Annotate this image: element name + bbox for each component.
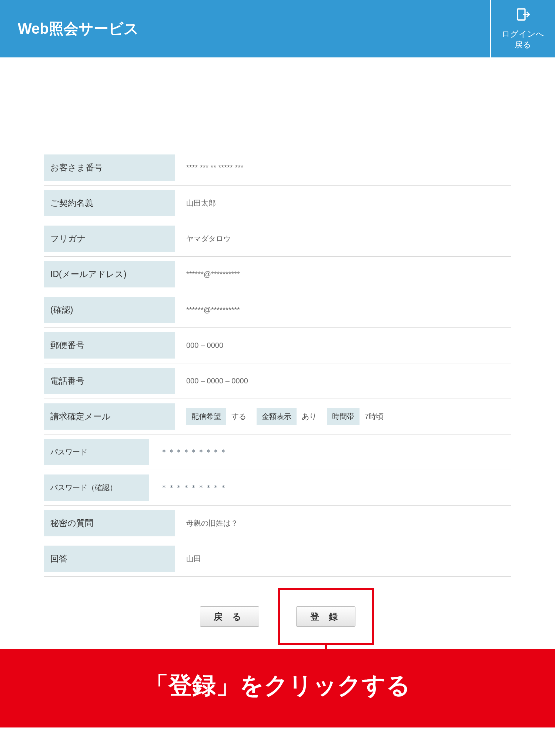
label-furigana: フリガナ bbox=[44, 226, 175, 252]
step-3-title: STEP3 bbox=[231, 96, 326, 107]
label-tel: 電話番号 bbox=[44, 368, 175, 394]
label-zip: 郵便番号 bbox=[44, 332, 175, 359]
value-email: ******@********** bbox=[186, 261, 511, 287]
label-password: パスワード bbox=[44, 439, 149, 465]
app-header: Web照会サービス ログインへ 戻る bbox=[0, 0, 555, 57]
billing-opt1-label: 配信希望 bbox=[186, 408, 226, 425]
row-furigana: フリガナ ヤマダタロウ bbox=[44, 221, 511, 257]
billing-opt3-label: 時間帯 bbox=[327, 408, 360, 425]
value-email-confirm: ******@********** bbox=[186, 297, 511, 323]
value-zip: 000 – 0000 bbox=[186, 332, 511, 359]
step-3: STEP3 完了 bbox=[224, 83, 326, 131]
logout-icon bbox=[516, 7, 531, 29]
instruction-banner: 「登録」をクリックする bbox=[0, 649, 555, 727]
billing-opt2-label: 金額表示 bbox=[257, 408, 297, 425]
label-contract-name: ご契約名義 bbox=[44, 190, 175, 216]
row-password-confirm: パスワード（確認） ＊＊＊＊＊＊＊＊＊ bbox=[44, 470, 511, 506]
step-2: STEP2 本登録 bbox=[121, 83, 223, 131]
step-1-title: STEP1 bbox=[24, 96, 120, 107]
row-tel: 電話番号 000 – 0000 – 0000 bbox=[44, 363, 511, 399]
value-billing: 配信希望 する 金額表示 あり 時間帯 7時頃 bbox=[186, 403, 511, 430]
billing-opt1-value: する bbox=[231, 412, 246, 422]
row-zip: 郵便番号 000 – 0000 bbox=[44, 328, 511, 363]
back-button[interactable]: 戻 る bbox=[200, 606, 259, 627]
row-billing: 請求確定メール 配信希望 する 金額表示 あり 時間帯 7時頃 bbox=[44, 399, 511, 434]
row-customer-no: お客さま番号 **** *** ** ***** *** bbox=[44, 150, 511, 186]
billing-opt3-value: 7時頃 bbox=[365, 412, 384, 422]
label-customer-no: お客さま番号 bbox=[44, 154, 175, 181]
label-secret-question: 秘密の質問 bbox=[44, 510, 175, 536]
label-email-confirm: (確認) bbox=[44, 297, 175, 323]
login-back-label-2: 戻る bbox=[515, 39, 531, 50]
row-email: ID(メールアドレス) ******@********** bbox=[44, 257, 511, 292]
step-progress: STEP1 お客様情報の入力 STEP2 本登録 STEP3 完了 bbox=[18, 83, 537, 131]
login-back-label-1: ログインへ bbox=[502, 29, 544, 40]
value-password: ＊＊＊＊＊＊＊＊＊ bbox=[160, 439, 511, 465]
button-row: 戻 る 登 録 bbox=[18, 606, 537, 627]
step-3-sub: 完了 bbox=[231, 107, 326, 119]
submit-button[interactable]: 登 録 bbox=[296, 606, 355, 627]
instruction-connector-line bbox=[325, 645, 327, 649]
step-1-sub: お客様情報の入力 bbox=[24, 107, 120, 119]
row-contract-name: ご契約名義 山田太郎 bbox=[44, 186, 511, 221]
billing-opt2-value: あり bbox=[302, 412, 317, 422]
value-contract-name: 山田太郎 bbox=[186, 190, 511, 216]
label-answer: 回答 bbox=[44, 546, 175, 572]
label-email: ID(メールアドレス) bbox=[44, 261, 175, 287]
label-billing: 請求確定メール bbox=[44, 403, 175, 430]
value-secret-question: 母親の旧姓は？ bbox=[186, 510, 511, 536]
value-furigana: ヤマダタロウ bbox=[186, 226, 511, 252]
row-secret-question: 秘密の質問 母親の旧姓は？ bbox=[44, 506, 511, 541]
confirmation-form: お客さま番号 **** *** ** ***** *** ご契約名義 山田太郎 … bbox=[18, 150, 537, 577]
label-password-confirm: パスワード（確認） bbox=[44, 474, 149, 501]
step-1: STEP1 お客様情報の入力 bbox=[18, 83, 120, 131]
row-email-confirm: (確認) ******@********** bbox=[44, 292, 511, 328]
value-answer: 山田 bbox=[186, 546, 511, 572]
step-2-sub: 本登録 bbox=[128, 107, 223, 119]
row-password: パスワード ＊＊＊＊＊＊＊＊＊ bbox=[44, 434, 511, 470]
row-answer: 回答 山田 bbox=[44, 541, 511, 577]
value-customer-no: **** *** ** ***** *** bbox=[186, 154, 511, 181]
step-2-title: STEP2 bbox=[128, 96, 223, 107]
app-title: Web照会サービス bbox=[0, 19, 139, 39]
login-back-button[interactable]: ログインへ 戻る bbox=[490, 0, 555, 57]
value-tel: 000 – 0000 – 0000 bbox=[186, 368, 511, 394]
value-password-confirm: ＊＊＊＊＊＊＊＊＊ bbox=[160, 474, 511, 501]
